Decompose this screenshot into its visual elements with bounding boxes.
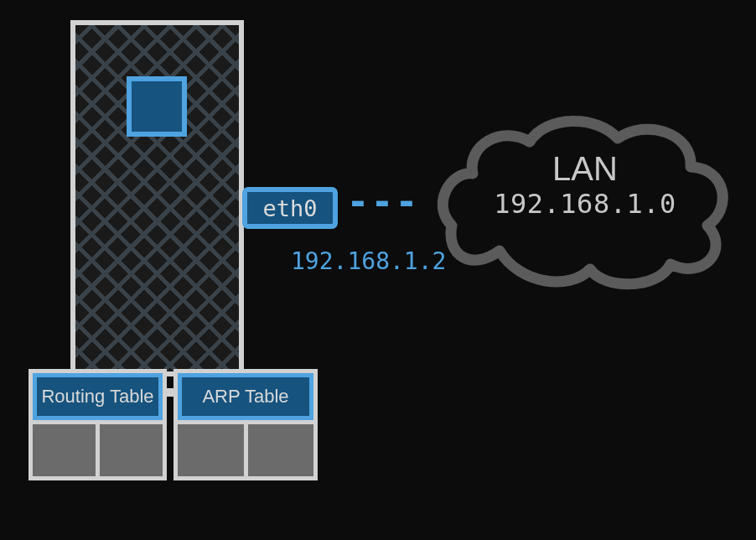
host-tower bbox=[70, 20, 244, 376]
routing-table-header: Routing Table bbox=[33, 373, 163, 420]
lan-cloud: LAN 192.168.1.0 bbox=[438, 108, 733, 291]
link-dashes-icon: - - - bbox=[350, 174, 412, 226]
table-cell bbox=[178, 424, 244, 476]
arp-table: ARP Table bbox=[173, 369, 318, 480]
lan-network: 192.168.1.0 bbox=[438, 188, 733, 220]
interface-ip: 192.168.1.2 bbox=[291, 247, 446, 275]
lan-label: LAN bbox=[438, 150, 733, 188]
table-cell bbox=[248, 424, 314, 476]
interface-name: eth0 bbox=[262, 195, 317, 221]
network-interface: eth0 bbox=[242, 187, 338, 229]
table-cell bbox=[33, 424, 96, 476]
arp-table-header: ARP Table bbox=[178, 373, 313, 420]
table-cell bbox=[100, 424, 163, 476]
routing-table: Routing Table bbox=[28, 369, 167, 480]
cpu-chip-icon bbox=[127, 76, 187, 137]
